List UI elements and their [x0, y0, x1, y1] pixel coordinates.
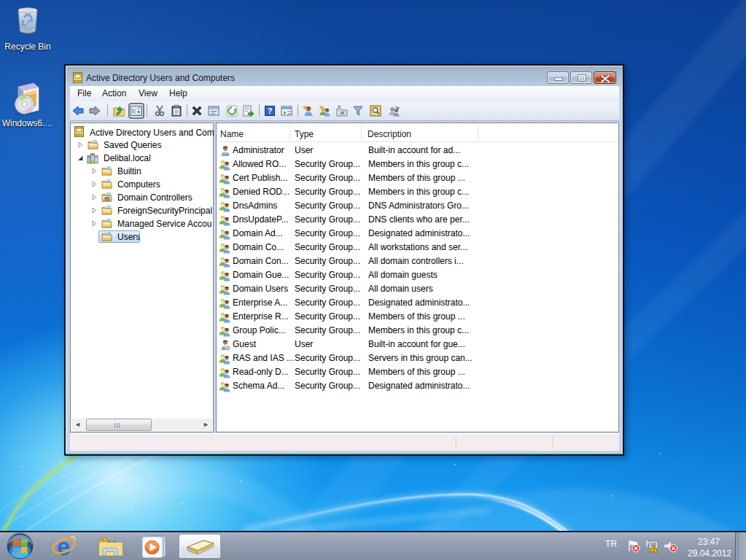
svg-text:!: ! — [653, 546, 655, 553]
svg-text:?: ? — [268, 106, 273, 115]
svg-text:e: e — [55, 533, 71, 560]
